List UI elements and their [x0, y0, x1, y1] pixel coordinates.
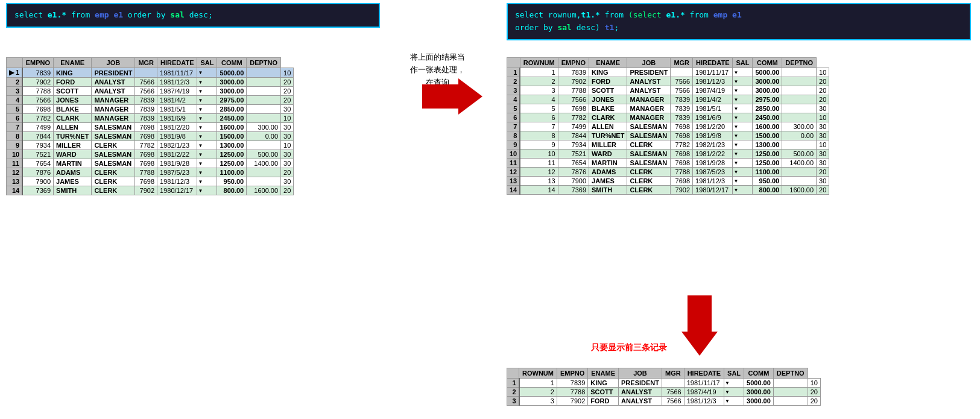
right-cell-deptno: 20: [817, 77, 829, 86]
right-cell-job: ANALYST: [627, 77, 671, 86]
right-cell-rownum: 9: [520, 140, 558, 150]
right-cell-hiredate: 1981/9/8: [693, 131, 733, 140]
col-header-deptno2: DEPTNO: [782, 58, 817, 68]
left-cell-sal: 1250.00: [217, 159, 247, 168]
down-arrow: [681, 295, 718, 356]
col-header-sel3: [507, 368, 519, 379]
left-cell-deptno: 30: [281, 150, 294, 159]
left-cell-comm: [247, 114, 281, 123]
right-cell-mgr: 7698: [671, 177, 693, 186]
table-row: 447566JONESMANAGER78391981/4/2▼2975.0020: [507, 95, 829, 104]
right-cell-hiredate: 1987/4/19: [693, 86, 733, 95]
right-cell-comm: [782, 86, 817, 95]
col-header-ename: ENAME: [54, 58, 92, 68]
left-cell-empno: 7566: [22, 96, 53, 105]
right-cell-deptno: 20: [817, 168, 829, 177]
right-cell-hiredate: 1981/11/17: [693, 68, 733, 77]
right-cell-arr: ▼: [733, 95, 753, 104]
left-cell-hiredate: 1987/4/19: [157, 87, 197, 96]
table-row: 127876ADAMSCLERK77881987/5/23▼1100.0020: [7, 168, 294, 177]
left-cell-empno: 7902: [22, 78, 53, 87]
left-cell-comm: 0.00: [247, 132, 281, 141]
right-cell-sal: 3000.00: [744, 397, 774, 406]
left-cell-deptno: 30: [281, 132, 294, 141]
right-cell-deptno: 10: [817, 140, 829, 150]
left-cell-deptno: 30: [281, 105, 294, 114]
left-row-indicator: 6: [7, 114, 23, 123]
col-header-hiredate3: HIREDATE: [684, 368, 724, 379]
left-cell-ename: FORD: [54, 78, 92, 87]
right-cell-comm: [782, 68, 817, 77]
table-row: 13137900JAMESCLERK76981981/12/3▼950.0030: [507, 177, 829, 186]
left-cell-deptno: 20: [281, 96, 294, 105]
left-cell-job: CLERK: [92, 186, 135, 195]
table-row: 14147369SMITHCLERK79021980/12/17▼800.001…: [507, 186, 829, 195]
right-cell-deptno: 30: [817, 159, 829, 168]
left-cell-job: MANAGER: [92, 105, 135, 114]
right-cell-ename: ALLEN: [589, 122, 627, 131]
right-cell-mgr: 7698: [671, 122, 693, 131]
right-cell-hiredate: 1981/12/3: [693, 77, 733, 86]
right-cell-sal: 1100.00: [753, 168, 782, 177]
left-cell-empno: 7876: [22, 168, 53, 177]
left-cell-arr: ▼: [197, 123, 217, 132]
left-cell-job: ANALYST: [92, 78, 135, 87]
left-row-indicator: 7: [7, 123, 23, 132]
right-cell-hiredate: 1982/1/23: [693, 140, 733, 150]
right-cell-rownum: 1: [520, 68, 558, 77]
left-cell-empno: 7839: [22, 68, 53, 78]
left-cell-job: SALESMAN: [92, 150, 135, 159]
left-cell-mgr: 7566: [135, 87, 157, 96]
left-cell-empno: 7934: [22, 141, 53, 150]
right-cell-comm: [782, 140, 817, 150]
left-cell-sal: 3000.00: [217, 87, 247, 96]
left-cell-comm: [247, 177, 281, 186]
right-cell-rownum: 2: [520, 77, 558, 86]
right-cell-arr: ▼: [733, 104, 753, 113]
right-cell-empno: 7900: [558, 177, 589, 186]
right-cell-arr: ▼: [733, 77, 753, 86]
left-cell-job: CLERK: [92, 177, 135, 186]
right-cell-rownum: 1: [519, 379, 557, 388]
left-cell-mgr: 7902: [135, 186, 157, 195]
left-cell-hiredate: 1987/5/23: [157, 168, 197, 177]
left-row-indicator: 2: [7, 78, 23, 87]
right-cell-job: SALESMAN: [627, 150, 671, 159]
left-cell-mgr: 7839: [135, 96, 157, 105]
left-cell-job: SALESMAN: [92, 132, 135, 141]
left-cell-sal: 5000.00: [217, 68, 247, 78]
right-cell-arr: ▼: [733, 177, 753, 186]
left-cell-deptno: 10: [281, 68, 294, 78]
col-header-mgr3: MGR: [662, 368, 684, 379]
right-cell-arr: ▼: [733, 68, 753, 77]
left-row-indicator: 8: [7, 132, 23, 141]
right-cell-mgr: 7698: [671, 150, 693, 159]
left-cell-deptno: 20: [281, 186, 294, 195]
left-row-indicator: 11: [7, 159, 23, 168]
right-cell-ename: CLARK: [589, 113, 627, 122]
right-cell-comm: 500.00: [782, 150, 817, 159]
right-cell-empno: 7934: [558, 140, 589, 150]
left-cell-arr: ▼: [197, 132, 217, 141]
table-row: 27902FORDANALYST75661981/12/3▼3000.0020: [7, 78, 294, 87]
right-cell-ename: ADAMS: [589, 168, 627, 177]
left-cell-sal: 1300.00: [217, 141, 247, 150]
left-cell-hiredate: 1981/2/22: [157, 150, 197, 159]
table-row: 137900JAMESCLERK76981981/12/3▼950.0030: [7, 177, 294, 186]
col-header-empno2: EMPNO: [558, 58, 589, 68]
right-cell-comm: [782, 113, 817, 122]
col-header-sel2: [507, 58, 520, 68]
right-cell-job: ANALYST: [619, 397, 662, 406]
right-cell-deptno: 30: [817, 131, 829, 140]
right-cell-comm: [773, 397, 808, 406]
right-cell-ename: FORD: [589, 77, 627, 86]
col-header-ename3: ENAME: [588, 368, 619, 379]
right-cell-deptno: 30: [817, 150, 829, 159]
right-cell-empno: 7782: [558, 113, 589, 122]
col-header-comm3: COMM: [744, 368, 774, 379]
right-cell-comm: [782, 95, 817, 104]
right-cell-mgr: 7788: [671, 168, 693, 177]
table-row: 227788SCOTTANALYST75661987/4/19▼3000.002…: [507, 388, 821, 397]
right-cell-rownum: 12: [520, 168, 558, 177]
left-cell-deptno: 30: [281, 123, 294, 132]
